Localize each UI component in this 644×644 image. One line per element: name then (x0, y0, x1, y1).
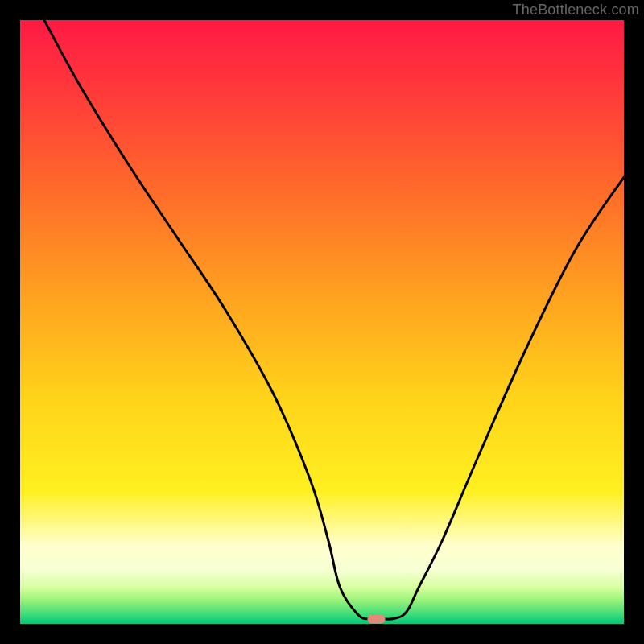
watermark-text: TheBottleneck.com (513, 2, 639, 19)
chart-frame: TheBottleneck.com (0, 0, 644, 644)
plot-area (20, 20, 624, 624)
optimal-marker (368, 615, 386, 624)
chart-svg (20, 20, 624, 624)
bottleneck-curve (44, 20, 624, 619)
